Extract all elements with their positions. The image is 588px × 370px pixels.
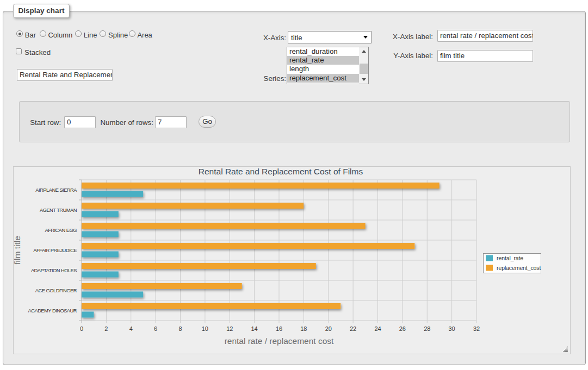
svg-text:replacement_cost: replacement_cost [497,265,541,271]
svg-text:rental_rate: rental_rate [497,255,523,261]
svg-text:28: 28 [424,325,430,332]
svg-text:22: 22 [350,325,356,332]
svg-text:30: 30 [448,325,455,332]
svg-text:6: 6 [154,325,157,332]
svg-text:26: 26 [399,325,406,332]
svg-text:rental rate / replacement cost: rental rate / replacement cost [225,336,334,346]
svg-text:24: 24 [374,325,381,332]
svg-text:8: 8 [178,325,182,332]
svg-text:ACADEMY DINOSAUR: ACADEMY DINOSAUR [28,308,77,313]
svg-text:AIRPLANE SIERRA: AIRPLANE SIERRA [35,187,77,193]
svg-text:10: 10 [202,325,208,332]
svg-text:12: 12 [226,325,233,332]
svg-text:AGENT TRUMAN: AGENT TRUMAN [40,207,77,213]
svg-text:0: 0 [80,325,83,332]
svg-text:Rental Rate and Replacement Co: Rental Rate and Replacement Cost of Film… [199,167,363,176]
svg-text:2: 2 [104,325,108,332]
svg-text:AFRICAN EGG: AFRICAN EGG [45,227,77,233]
svg-text:AFFAIR PREJUDICE: AFFAIR PREJUDICE [33,247,77,253]
svg-text:ADAPTATION HOLES: ADAPTATION HOLES [31,267,77,273]
svg-text:14: 14 [251,325,257,332]
svg-text:32: 32 [473,325,480,332]
svg-text:film title: film title [14,236,22,265]
svg-text:16: 16 [276,325,282,332]
svg-text:ACE GOLDFINGER: ACE GOLDFINGER [35,287,77,293]
svg-text:4: 4 [129,325,133,332]
svg-text:20: 20 [325,325,332,332]
svg-text:18: 18 [300,325,307,332]
